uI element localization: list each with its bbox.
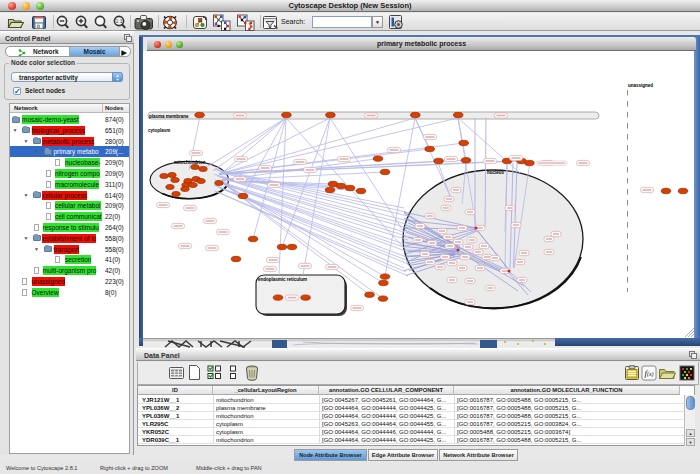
- svg-text:nucleus: nucleus: [487, 170, 505, 175]
- svg-text:1:1: 1:1: [116, 18, 123, 24]
- svg-text:unassigned: unassigned: [628, 83, 653, 88]
- svg-text:plasma membrane: plasma membrane: [149, 114, 189, 119]
- svg-text:endoplasmic reticulum: endoplasmic reticulum: [258, 277, 307, 282]
- svg-text:cytoplasm: cytoplasm: [148, 128, 170, 133]
- svg-text:mitochondrion: mitochondrion: [174, 160, 206, 165]
